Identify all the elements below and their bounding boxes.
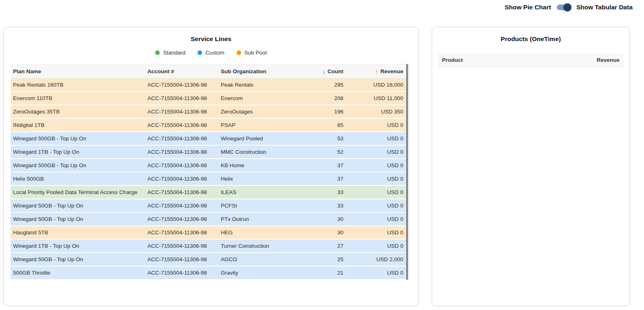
table-cell-sub-organization: Turner Construction bbox=[221, 243, 312, 249]
table-cell-account: ACC-7155004-11306-98 bbox=[147, 189, 221, 195]
show-pie-chart-label: Show Pie Chart bbox=[505, 4, 551, 11]
table-cell-account: ACC-7155004-11306-98 bbox=[147, 95, 221, 101]
table-cell-revenue: USD 0 bbox=[343, 216, 406, 222]
legend-dot-icon bbox=[155, 50, 160, 55]
column-header-product-revenue[interactable]: Revenue bbox=[597, 57, 620, 63]
table-row: Winegard 500GB - Top Up On ACC-7155004-1… bbox=[11, 159, 408, 172]
column-header-revenue[interactable]: ↑ Revenue bbox=[343, 68, 406, 74]
legend-item-label: Sub Pool bbox=[244, 50, 267, 56]
legend-item[interactable]: Standard bbox=[155, 50, 185, 56]
table-cell-sub-organization: ZeroOutages bbox=[221, 109, 312, 115]
table-cell-sub-organization: KB Home bbox=[221, 162, 312, 168]
table-cell-sub-organization: Helix bbox=[221, 176, 312, 182]
table-cell-sub-organization: Enercom bbox=[221, 95, 312, 101]
table-cell-plan-name: Local Priority Pooled Data Terminal Acce… bbox=[11, 189, 147, 195]
table-cell-revenue: USD 2,000 bbox=[343, 256, 406, 262]
table-cell-sub-organization: HEG bbox=[221, 229, 312, 236]
products-onetime-card: Products (OneTime) Product Revenue bbox=[432, 27, 630, 306]
column-header-count-label: Count bbox=[327, 68, 343, 74]
table-row: Haugland 5TB ACC-7155004-11306-98 HEG 30… bbox=[11, 226, 408, 240]
table-cell-count: 196 bbox=[312, 109, 343, 115]
table-cell-account: ACC-7155004-11306-98 bbox=[147, 270, 221, 276]
table-row: Winegard 50GB - Top Up On ACC-7155004-11… bbox=[11, 213, 408, 226]
column-header-plan-name[interactable]: Plan Name bbox=[11, 68, 147, 74]
table-cell-account: ACC-7155004-11306-98 bbox=[147, 149, 221, 155]
table-cell-count: 30 bbox=[312, 216, 343, 222]
table-row: Enercom 110TB ACC-7155004-11306-98 Enerc… bbox=[11, 92, 408, 105]
table-cell-revenue: USD 0 bbox=[343, 122, 406, 128]
legend-item[interactable]: Sub Pool bbox=[237, 50, 267, 56]
table-row: Winegard 1TB - Top Up On ACC-7155004-113… bbox=[11, 146, 408, 159]
sort-ascending-icon: ↑ bbox=[375, 68, 378, 74]
toggle-thumb-icon bbox=[563, 3, 571, 11]
table-cell-count: 27 bbox=[312, 243, 343, 249]
sort-descending-icon: ↓ bbox=[323, 68, 326, 74]
table-row: 500GB Throttle ACC-7155004-11306-98 Grav… bbox=[11, 266, 408, 280]
table-cell-revenue: USD 0 bbox=[343, 270, 406, 276]
table-cell-sub-organization: PTx Outrun bbox=[221, 216, 312, 222]
column-header-sub-organization[interactable]: Sub Organization bbox=[221, 68, 312, 74]
table-cell-revenue: USD 0 bbox=[343, 176, 406, 182]
table-cell-revenue: USD 350 bbox=[343, 109, 406, 115]
table-cell-count: 21 bbox=[312, 270, 343, 276]
table-cell-revenue: USD 0 bbox=[343, 135, 406, 142]
legend-item[interactable]: Custom bbox=[198, 50, 224, 56]
table-cell-count: 208 bbox=[312, 95, 343, 101]
table-row: Local Priority Pooled Data Terminal Acce… bbox=[11, 186, 408, 199]
table-cell-sub-organization: AGCO bbox=[221, 256, 312, 262]
table-cell-plan-name: Winegard 50GB - Top Up On bbox=[11, 256, 147, 262]
table-row: Peak Rentals 160TB ACC-7155004-11306-98 … bbox=[11, 79, 408, 92]
table-cell-count: 33 bbox=[312, 203, 343, 209]
table-cell-plan-name: Winegard 50GB - Top Up On bbox=[11, 203, 147, 209]
table-row: Winegard 1TB - Top Up On ACC-7155004-113… bbox=[11, 240, 408, 253]
products-table-header: Product Revenue bbox=[438, 53, 624, 67]
vertical-scrollbar-thumb[interactable] bbox=[406, 64, 408, 280]
table-cell-sub-organization: ILEAS bbox=[221, 189, 312, 195]
table-cell-revenue: USD 0 bbox=[343, 149, 406, 155]
column-header-account[interactable]: Account # bbox=[147, 68, 221, 74]
table-cell-sub-organization: Winegard Pooled bbox=[221, 135, 312, 142]
service-lines-legend: Standard Custom Sub Pool bbox=[4, 50, 418, 56]
table-cell-account: ACC-7155004-11306-98 bbox=[147, 256, 221, 262]
table-cell-count: 25 bbox=[312, 256, 343, 262]
table-cell-plan-name: Winegard 1TB - Top Up On bbox=[11, 149, 147, 155]
table-cell-account: ACC-7155004-11306-98 bbox=[147, 162, 221, 168]
legend-dot-icon bbox=[237, 50, 241, 55]
table-cell-account: ACC-7155004-11306-98 bbox=[147, 229, 221, 236]
table-cell-plan-name: INdigital 1TB bbox=[11, 122, 147, 128]
table-cell-count: 52 bbox=[312, 149, 343, 155]
column-header-product[interactable]: Product bbox=[442, 57, 463, 63]
service-lines-title: Service Lines bbox=[4, 27, 418, 43]
table-cell-revenue: USD 0 bbox=[343, 203, 406, 209]
table-row: INdigital 1TB ACC-7155004-11306-98 PSAP … bbox=[11, 119, 408, 132]
table-cell-account: ACC-7155004-11306-98 bbox=[147, 216, 221, 222]
table-row: Winegard 50GB - Top Up On ACC-7155004-11… bbox=[11, 199, 408, 213]
view-toggle-bar: Show Pie Chart Show Tabular Data bbox=[505, 3, 633, 11]
table-cell-account: ACC-7155004-11306-98 bbox=[147, 82, 221, 88]
column-header-count[interactable]: ↓ Count bbox=[312, 68, 343, 74]
table-cell-revenue: USD 16,000 bbox=[343, 82, 406, 88]
column-header-revenue-label: Revenue bbox=[380, 68, 403, 74]
table-cell-plan-name: Helix 500GB bbox=[11, 176, 147, 182]
table-cell-revenue: USD 11,000 bbox=[343, 95, 406, 101]
table-cell-sub-organization: Gravity bbox=[221, 270, 312, 276]
table-row: Helix 500GB ACC-7155004-11306-98 Helix 3… bbox=[11, 172, 408, 186]
table-cell-count: 53 bbox=[312, 135, 343, 142]
view-toggle-switch[interactable] bbox=[556, 3, 571, 11]
table-cell-plan-name: Winegard 500GB - Top Up On bbox=[11, 162, 147, 168]
table-cell-plan-name: Winegard 50GB - Top Up On bbox=[11, 216, 147, 222]
table-cell-plan-name: 500GB Throttle bbox=[11, 270, 147, 276]
table-cell-count: 30 bbox=[312, 229, 343, 236]
table-cell-plan-name: ZeroOutages 35TB bbox=[11, 109, 147, 115]
table-cell-sub-organization: PCFSI bbox=[221, 203, 312, 209]
table-cell-account: ACC-7155004-11306-98 bbox=[147, 135, 221, 142]
table-cell-account: ACC-7155004-11306-98 bbox=[147, 122, 221, 128]
show-tabular-data-label: Show Tabular Data bbox=[576, 4, 633, 11]
table-cell-count: 33 bbox=[312, 189, 343, 195]
table-cell-count: 37 bbox=[312, 176, 343, 182]
table-cell-count: 85 bbox=[312, 122, 343, 128]
table-cell-revenue: USD 0 bbox=[343, 229, 406, 236]
table-cell-account: ACC-7155004-11306-98 bbox=[147, 203, 221, 209]
table-row: Winegard 500GB - Top Up On ACC-7155004-1… bbox=[11, 132, 408, 146]
service-lines-table: Plan Name Account # Sub Organization ↓ C… bbox=[11, 64, 408, 280]
